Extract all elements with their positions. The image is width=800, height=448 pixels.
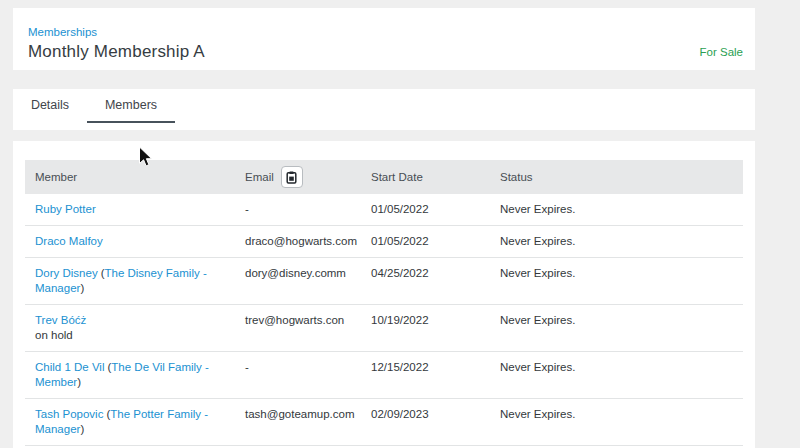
start-date-cell: 02/09/2023 <box>361 399 490 446</box>
email-cell: tash@goteamup.com <box>235 399 361 446</box>
page-header: Memberships Monthly Membership A For Sal… <box>13 8 755 70</box>
tab-members[interactable]: Members <box>87 89 175 123</box>
tab-bar: Details Members <box>13 89 755 130</box>
email-column-label: Email <box>245 171 274 183</box>
member-cell: Dory Disney(The Disney Family - Manager) <box>25 258 235 305</box>
clipboard-copy-icon <box>285 171 298 184</box>
member-row: Ruby Potter - 01/05/2022 Never Expires. <box>25 194 743 226</box>
status-cell: Never Expires. <box>490 226 743 258</box>
page-title: Monthly Membership A <box>28 42 205 62</box>
email-cell: dory@disney.comm <box>235 258 361 305</box>
member-name-link[interactable]: Trev Bóćż <box>35 314 86 326</box>
member-note: on hold <box>35 328 227 343</box>
start-date-cell: 12/15/2022 <box>361 352 490 399</box>
status-cell: Never Expires. <box>490 352 743 399</box>
email-cell: trev@hogwarts.con <box>235 305 361 352</box>
email-cell: - <box>235 194 361 226</box>
member-name-link[interactable]: Dory Disney <box>35 267 98 279</box>
column-header-start-date: Start Date <box>361 160 490 194</box>
start-date-cell: 01/05/2022 <box>361 194 490 226</box>
members-table-card: Member Email <box>13 141 755 448</box>
member-name-link[interactable]: Tash Popovic <box>35 408 103 420</box>
column-header-email: Email <box>235 160 361 194</box>
status-cell: Never Expires. <box>490 305 743 352</box>
status-cell: Never Expires. <box>490 258 743 305</box>
member-name-link[interactable]: Child 1 De Vil <box>35 361 104 373</box>
status-cell: Never Expires. <box>490 194 743 226</box>
member-rows: Ruby Potter - 01/05/2022 Never Expires. … <box>25 194 743 448</box>
tab-details[interactable]: Details <box>13 89 87 123</box>
memberships-page: { "header": { "breadcrumb": "Memberships… <box>0 0 800 448</box>
member-cell: Ruby Potter <box>25 194 235 226</box>
member-row: Child 1 De Vil(The De Vil Family - Membe… <box>25 352 743 399</box>
member-name-link[interactable]: Draco Malfoy <box>35 235 103 247</box>
member-row: Draco Malfoy draco@hogwarts.com 01/05/20… <box>25 226 743 258</box>
member-cell: Trev Bóćż on hold <box>25 305 235 352</box>
member-cell: Draco Malfoy <box>25 226 235 258</box>
column-header-member: Member <box>25 160 235 194</box>
start-date-cell: 01/05/2022 <box>361 226 490 258</box>
members-table: Member Email <box>25 160 743 448</box>
breadcrumb-memberships-link[interactable]: Memberships <box>28 26 97 38</box>
copy-emails-button[interactable] <box>281 166 303 188</box>
start-date-cell: 10/19/2022 <box>361 305 490 352</box>
member-cell: Child 1 De Vil(The De Vil Family - Membe… <box>25 352 235 399</box>
email-cell: draco@hogwarts.com <box>235 226 361 258</box>
member-cell: Tash Popovic(The Potter Family - Manager… <box>25 399 235 446</box>
member-row: Dory Disney(The Disney Family - Manager)… <box>25 258 743 305</box>
for-sale-badge: For Sale <box>700 46 743 58</box>
status-cell: Never Expires. <box>490 399 743 446</box>
member-name-link[interactable]: Ruby Potter <box>35 203 96 215</box>
column-header-status: Status <box>490 160 743 194</box>
start-date-cell: 04/25/2022 <box>361 258 490 305</box>
email-cell: - <box>235 352 361 399</box>
member-row: Trev Bóćż on hold trev@hogwarts.con 10/1… <box>25 305 743 352</box>
table-header-row: Member Email <box>25 160 743 194</box>
member-row: Tash Popovic(The Potter Family - Manager… <box>25 399 743 446</box>
